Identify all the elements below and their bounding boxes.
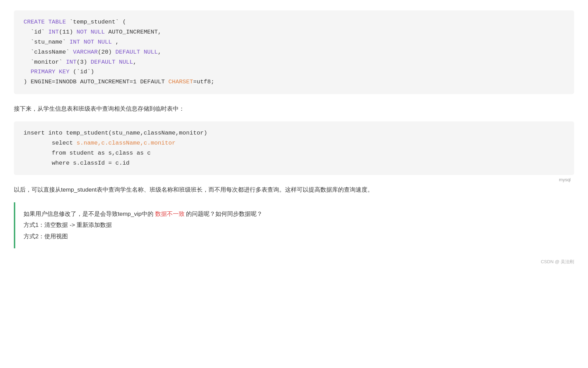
code-line: ) ENGINE=INNODB AUTO_INCREMENT=1 DEFAULT… [24,77,564,87]
code-orange: CHARSET [168,79,193,85]
code-keyword: NOT NULL [77,29,105,35]
code-text: from student as s,class as c [24,150,151,156]
code-text: (11) [59,29,77,35]
code-keyword: INT NOT NULL [70,39,112,45]
code-text: (3) [77,59,91,65]
code-text: , [133,59,136,65]
note-line-2: 方式1：清空数据 -> 重新添加数据 [24,220,566,231]
note-block: 如果用户信息修改了，是不是会导致temp_vip中的 数据不一致 的问题呢？如何… [14,202,574,248]
code-text: `stu_name` [24,39,70,45]
code-text: `temp_student` ( [70,19,126,25]
code-text: , [158,49,161,55]
code-keyword: DEFAULT NULL [91,59,133,65]
code-line: CREATE TABLE `temp_student` ( [24,17,564,27]
code-keyword: INT [66,59,77,65]
code-text: select [24,140,77,146]
code-orange: s.name,c.className,c.monitor [77,140,176,146]
footer-text: CSDN @ 吴法刚 [541,259,574,264]
note-line-1-before: 如果用户信息修改了，是不是会导致temp_vip中的 [24,211,155,217]
code-text: (20) [98,49,115,55]
code-block-2: insert into temp_student(stu_name,classN… [14,121,574,175]
code-text [24,68,30,75]
code-keyword: INT [48,29,59,35]
note-line-3: 方式2：使用视图 [24,231,566,242]
code-line: from student as s,class as c [24,148,564,158]
code-keyword: VARCHAR [73,49,98,55]
code-line: select s.name,c.className,c.monitor [24,138,564,148]
code-text: AUTO_INCREMENT, [105,29,161,35]
code-text: ) ENGINE=INNODB AUTO_INCREMENT=1 DEFAULT [24,79,168,85]
code-text: `id` [24,29,48,35]
code-text: =utf8; [193,79,214,85]
code-line: where s.classId = c.id [24,158,564,168]
note-line-1: 如果用户信息修改了，是不是会导致temp_vip中的 数据不一致 的问题呢？如何… [24,209,566,220]
footer-credit: CSDN @ 吴法刚 [14,259,574,265]
prose-section-2: mysql 以后，可以直接从temp_student表中查询学生名称、班级名称和… [14,185,574,195]
code-text: `className` [24,49,73,55]
code-text: `monitor` [24,59,66,65]
code-line: `className` VARCHAR(20) DEFAULT NULL, [24,47,564,57]
code-keyword: CREATE TABLE [24,19,70,25]
code-line: `stu_name` INT NOT NULL , [24,37,564,47]
code-keyword: PRIMARY KEY [30,68,69,75]
code-block-1: CREATE TABLE `temp_student` ( `id` INT(1… [14,10,574,94]
note-highlight: 数据不一致 [155,211,185,217]
code-line: `id` INT(11) NOT NULL AUTO_INCREMENT, [24,27,564,37]
note-line-1-after: 的问题呢？如何同步数据呢？ [185,211,263,217]
prose-paragraph-1: 接下来，从学生信息表和班级表中查询相关信息存储到临时表中： [14,104,574,114]
code-line: PRIMARY KEY (`id`) [24,67,564,77]
watermark: mysql [559,177,571,182]
code-text: , [112,39,119,45]
code-keyword: DEFAULT NULL [115,49,158,55]
code-text: insert into temp_student(stu_name,classN… [24,130,207,136]
prose-paragraph-2: 以后，可以直接从temp_student表中查询学生名称、班级名称和班级班长，而… [14,185,574,195]
code-line: insert into temp_student(stu_name,classN… [24,128,564,138]
code-line: `monitor` INT(3) DEFAULT NULL, [24,57,564,67]
code-text: (`id`) [70,68,94,75]
code-text: where s.classId = c.id [24,160,130,166]
